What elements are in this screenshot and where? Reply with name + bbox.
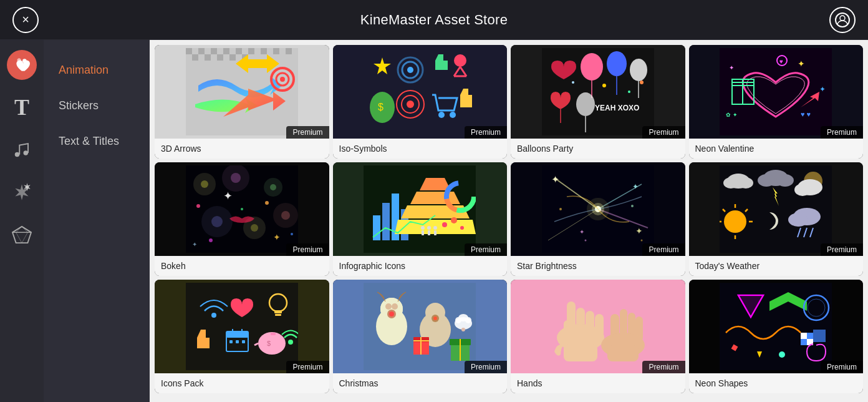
svg-point-85	[209, 238, 213, 242]
sidebar-item-effects[interactable]	[3, 174, 41, 211]
svg-point-135	[794, 184, 811, 196]
thumb-3d-arrows: Premium	[155, 45, 329, 139]
svg-rect-16	[273, 48, 279, 54]
premium-badge-infographic: Premium	[465, 243, 507, 256]
svg-point-75	[281, 211, 290, 220]
sidebar-item-music[interactable]	[3, 131, 41, 169]
thumb-infographic: Premium	[333, 162, 508, 256]
svg-rect-155	[226, 331, 248, 338]
content-area[interactable]: Premium 3D Arrows	[150, 40, 868, 402]
svg-text:✦: ✦	[273, 232, 281, 242]
grid-item-todays-weather[interactable]: Premium Today's Weather	[689, 162, 864, 276]
grid-item-neon-shapes[interactable]: Premium Neon Shapes	[689, 280, 864, 393]
svg-point-107	[433, 226, 437, 230]
svg-point-190	[461, 328, 465, 331]
label-3d-arrows: 3D Arrows	[155, 139, 329, 159]
svg-rect-14	[248, 48, 254, 54]
sidebar-item-premium[interactable]	[3, 216, 41, 253]
svg-point-84	[291, 233, 293, 235]
svg-rect-106	[428, 230, 430, 235]
premium-badge-neon-valentine: Premium	[821, 126, 863, 139]
svg-point-25	[280, 77, 285, 82]
profile-button[interactable]	[829, 7, 856, 33]
effects-icon	[11, 182, 32, 203]
svg-point-161	[258, 332, 286, 355]
svg-rect-21	[229, 54, 236, 61]
thumb-bokeh: ✦ ✦ ✦ Premium	[155, 162, 329, 256]
svg-text:✦: ✦	[192, 241, 197, 248]
svg-text:$: $	[378, 102, 383, 112]
category-nav: Animation Stickers Text & Titles	[44, 40, 150, 402]
svg-point-38	[438, 112, 445, 118]
grid-item-hands[interactable]: Premium Hands	[511, 280, 685, 393]
svg-point-1	[840, 16, 845, 21]
svg-rect-55	[720, 48, 832, 135]
svg-point-81	[196, 204, 200, 208]
svg-point-4	[24, 150, 29, 155]
svg-point-43	[607, 51, 627, 76]
sidebar-item-text[interactable]: T	[3, 89, 41, 126]
category-item-animation[interactable]: Animation	[44, 52, 150, 88]
svg-marker-94	[410, 192, 460, 204]
svg-rect-20	[217, 54, 223, 61]
grid-item-star-brightness[interactable]: ✦ ✦ ✦ ✦ Premium Star B	[511, 162, 685, 276]
svg-rect-11	[211, 48, 217, 54]
svg-rect-18	[192, 54, 198, 61]
premium-badge-star-brightness: Premium	[642, 243, 685, 256]
svg-rect-108	[434, 230, 436, 235]
grid-item-balloons-party[interactable]: YEAH XOXO Premium Balloons Party	[511, 45, 685, 159]
grid-item-christmas[interactable]: Premium Christmas	[333, 280, 508, 393]
grid-item-neon-valentine[interactable]: ✦ ✦ ✦ ♥ ♥ ♥ ✿ ✦ Premium Neon Valentine	[689, 45, 864, 159]
label-todays-weather: Today's Weather	[689, 256, 864, 276]
svg-rect-151	[274, 310, 282, 313]
premium-badge-christmas: Premium	[465, 361, 507, 373]
label-christmas: Christmas	[333, 373, 508, 393]
category-item-text-titles[interactable]: Text & Titles	[44, 124, 150, 159]
svg-point-39	[450, 112, 456, 118]
svg-rect-153	[197, 341, 202, 348]
grid-item-infographic-icons[interactable]: Premium Infographic Icons	[333, 162, 508, 276]
svg-text:✦: ✦	[579, 228, 584, 235]
svg-point-69	[201, 180, 208, 188]
svg-point-97	[442, 222, 447, 227]
svg-rect-158	[229, 340, 233, 343]
svg-rect-160	[242, 340, 245, 343]
grid-item-iso-symbols[interactable]: $ Premium Iso-Symbols	[333, 45, 508, 159]
grid-item-bokeh[interactable]: ✦ ✦ ✦ Premium Bokeh	[155, 162, 329, 276]
label-neon-shapes: Neon Shapes	[689, 373, 864, 393]
svg-point-189	[458, 314, 468, 321]
svg-rect-204	[607, 345, 639, 361]
svg-point-2	[22, 59, 27, 63]
header: × KineMaster Asset Store	[0, 0, 868, 40]
svg-rect-13	[236, 48, 242, 54]
svg-point-30	[407, 67, 413, 73]
grid-item-icons-pack[interactable]: $ Premium Icons Pack	[155, 280, 329, 393]
sidebar-item-favorites[interactable]	[3, 46, 41, 84]
svg-point-52	[628, 91, 630, 93]
svg-text:✦: ✦	[798, 59, 805, 69]
grid-item-3d-arrows[interactable]: Premium 3D Arrows	[155, 45, 329, 159]
svg-point-83	[265, 201, 269, 205]
thumb-balloons: YEAH XOXO Premium	[511, 45, 685, 139]
svg-point-162	[276, 336, 281, 341]
svg-rect-203	[564, 344, 597, 361]
svg-point-131	[776, 174, 794, 187]
svg-point-79	[251, 224, 258, 232]
svg-text:✦: ✦	[729, 64, 734, 71]
svg-point-123	[584, 240, 586, 242]
svg-text:✦: ✦	[819, 85, 826, 94]
thumb-weather: Premium	[689, 162, 864, 256]
label-icons-pack: Icons Pack	[155, 373, 329, 393]
svg-point-144	[788, 213, 808, 227]
close-icon: ×	[22, 12, 29, 27]
svg-point-53	[640, 81, 644, 84]
svg-rect-211	[801, 333, 807, 339]
premium-badge-balloons: Premium	[642, 126, 685, 139]
label-hands: Hands	[511, 373, 685, 393]
thumb-hands: Premium	[511, 280, 685, 373]
svg-point-32	[454, 54, 466, 67]
close-button[interactable]: ×	[12, 7, 39, 33]
premium-badge-iso: Premium	[465, 126, 507, 139]
category-item-stickers[interactable]: Stickers	[44, 88, 150, 124]
header-title: KineMaster Asset Store	[360, 12, 508, 28]
